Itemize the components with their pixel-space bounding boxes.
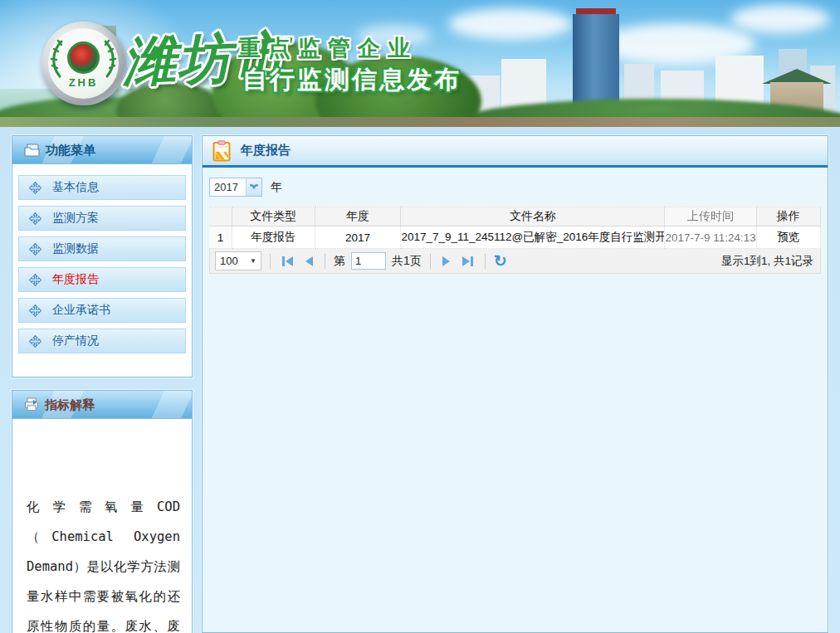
col-year: 年度 <box>315 207 401 226</box>
folder-icon <box>24 144 41 157</box>
banner-art-building <box>576 8 616 14</box>
site-logo: ZHB <box>42 22 125 105</box>
indicator-explanation-panel: 指标解释 化学需氧量COD（Chemical Oxygen Demand）是以化… <box>12 390 193 633</box>
indicator-explanation-header: 指标解释 <box>12 391 192 419</box>
move-arrows-icon <box>29 243 42 256</box>
table-header-row: 文件类型 年度 文件名称 上传时间 操作 <box>209 207 821 226</box>
pagination-bar: 100 ▼ 第 共1页 ↻ 显示1到1, 共1记录 <box>209 249 821 274</box>
banner-art-cloud <box>730 5 830 33</box>
sidebar: 功能菜单 基本信息 监测方案 监测数据 <box>12 135 193 633</box>
col-upload-time: 上传时间 <box>665 207 756 226</box>
chevron-down-glyph <box>250 184 258 190</box>
function-menu-header: 功能菜单 <box>12 136 192 164</box>
page-size-select[interactable]: 100 ▼ <box>215 251 261 270</box>
sidebar-item-label: 企业承诺书 <box>52 303 110 318</box>
pager-separator <box>325 254 325 269</box>
cell-file-type: 年度报告 <box>232 226 315 249</box>
record-count-summary: 显示1到1, 共1记录 <box>721 254 813 269</box>
cell-year: 2017 <box>315 226 401 249</box>
prev-page-button[interactable] <box>302 256 316 266</box>
page-prefix-label: 第 <box>334 254 345 269</box>
page-number-input[interactable] <box>351 252 386 270</box>
site-logo-globe <box>67 41 100 74</box>
indicator-explanation-body: 化学需氧量COD（Chemical Oxygen Demand）是以化学方法测量… <box>12 419 192 633</box>
col-file-name: 文件名称 <box>401 207 665 226</box>
cell-file-name: 2017_7_9_11_245112@已解密_2016年度自行监测开展情况年 <box>401 226 665 249</box>
year-select[interactable]: 2017 <box>209 178 262 197</box>
sidebar-item-label: 停产情况 <box>52 334 99 348</box>
dropdown-arrow-icon: ▼ <box>250 257 256 265</box>
total-pages-label: 共1页 <box>392 254 422 269</box>
move-arrows-icon <box>29 335 42 348</box>
move-arrows-icon <box>29 182 42 194</box>
page-size-value: 100 <box>220 255 238 267</box>
cell-index: 1 <box>209 226 232 249</box>
pager-separator <box>485 254 486 269</box>
year-filter-row: 2017 年 <box>209 178 821 197</box>
annual-report-table: 文件类型 年度 文件名称 上传时间 操作 1 年度报告 2017 2017_7_ <box>209 207 821 249</box>
banner-art-cloud <box>448 8 573 40</box>
function-menu-list: 基本信息 监测方案 监测数据 年度报告 <box>12 164 192 353</box>
sidebar-item-label: 基本信息 <box>52 180 99 195</box>
clipboard-icon <box>212 140 231 162</box>
sidebar-item-commitment-letter[interactable]: 企业承诺书 <box>18 298 186 323</box>
next-page-button[interactable] <box>439 256 453 266</box>
year-suffix-label: 年 <box>271 180 282 195</box>
sidebar-item-label: 监测数据 <box>52 241 99 256</box>
content-area: 功能菜单 基本信息 监测方案 监测数据 <box>0 135 840 633</box>
sidebar-item-label: 监测方案 <box>52 211 99 226</box>
site-logo-text: ZHB <box>42 76 125 89</box>
refresh-icon[interactable]: ↻ <box>494 253 507 269</box>
banner-subtitle-line2: 自行监测信息发布 <box>242 63 462 97</box>
sidebar-item-annual-report[interactable]: 年度报告 <box>18 267 186 292</box>
annual-report-panel: 年度报告 2017 年 文件类型 <box>202 135 828 633</box>
function-menu-title: 功能菜单 <box>46 136 95 164</box>
sidebar-item-monitoring-data[interactable]: 监测数据 <box>18 236 186 261</box>
cell-upload-time: 2017-7-9 11:24:13 <box>665 226 756 249</box>
sidebar-item-basic-info[interactable]: 基本信息 <box>18 175 186 200</box>
year-select-value: 2017 <box>210 178 246 196</box>
function-menu-panel: 功能菜单 基本信息 监测方案 监测数据 <box>12 135 193 377</box>
pager-separator <box>430 254 431 269</box>
printer-icon <box>24 397 40 411</box>
sidebar-item-label: 年度报告 <box>52 272 99 287</box>
first-page-button[interactable] <box>279 256 296 266</box>
indicator-explanation-title: 指标解释 <box>45 391 95 419</box>
move-arrows-icon <box>29 274 42 286</box>
move-arrows-icon <box>29 304 42 317</box>
pager-separator <box>270 254 271 269</box>
col-file-type: 文件类型 <box>232 207 315 226</box>
sidebar-item-production-suspension[interactable]: 停产情况 <box>18 329 186 353</box>
last-page-button[interactable] <box>459 256 476 266</box>
annual-report-title: 年度报告 <box>241 143 291 158</box>
chevron-down-icon[interactable] <box>246 178 261 196</box>
table-row: 1 年度报告 2017 2017_7_9_11_245112@已解密_2016年… <box>209 226 821 249</box>
col-action: 操作 <box>756 207 820 226</box>
banner-subtitle-line1: 重点监管企业 <box>238 33 418 63</box>
preview-link[interactable]: 预览 <box>756 226 820 249</box>
banner-art-shore <box>0 117 840 127</box>
sidebar-item-monitoring-plan[interactable]: 监测方案 <box>18 206 186 231</box>
annual-report-header: 年度报告 <box>203 136 828 168</box>
page: ZHB 潍坊市 重点监管企业 自行监测信息发布 功能菜单 基本信 <box>0 0 840 633</box>
banner: ZHB 潍坊市 重点监管企业 自行监测信息发布 <box>0 0 840 127</box>
annual-report-body: 2017 年 文件类型 年度 文件名称 上传时间 <box>203 168 828 274</box>
cod-explanation-text: 化学需氧量COD（Chemical Oxygen Demand）是以化学方法测量… <box>27 492 180 633</box>
move-arrows-icon <box>29 212 42 225</box>
col-index <box>209 207 232 226</box>
